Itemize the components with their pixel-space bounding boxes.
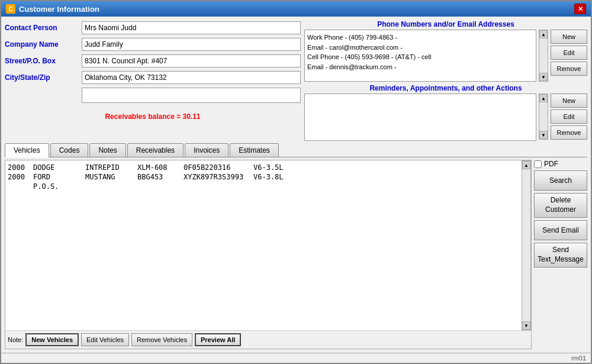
balance-display: Receivables balance = 30.11 (5, 110, 301, 123)
search-button[interactable]: Search (534, 170, 587, 191)
tab-notes[interactable]: Notes (89, 143, 126, 157)
company-name-label: Company Name (5, 40, 82, 49)
contact-person-label: Contact Person (5, 24, 82, 32)
vehicles-content: 2000 DODGE INTREPID XLM-608 0F05B220316 … (5, 160, 531, 330)
tab-codes[interactable]: Codes (50, 143, 89, 157)
reminders-scrollbar[interactable]: ▲ ▼ (539, 94, 548, 140)
tabs-bar: Vehicles Codes Notes Receivables Invoice… (5, 143, 587, 157)
phone-line-4: Email - dennis@trackum.com - (307, 62, 533, 72)
pdf-check-row: PDF (534, 160, 587, 168)
vehicle-plate-1: XLM-608 (137, 163, 179, 172)
tabs-section: Vehicles Codes Notes Receivables Invoice… (5, 143, 587, 349)
phone-panel-content: Work Phone - (405) 799-4863 - Email - ca… (304, 30, 587, 82)
close-button[interactable]: ✕ (574, 4, 586, 14)
vehicle-make-2: FORD (33, 173, 81, 181)
phone-line-3: Cell Phone - (405) 593-9698 - (AT&T) - c… (307, 52, 533, 62)
phone-line-2: Email - carol@mothercarol.com - (307, 43, 533, 53)
vehicle-make-3: P.O.S. (33, 182, 81, 191)
vehicle-engine-2: V6-3.8L (253, 173, 295, 181)
right-side-buttons: PDF Search DeleteCustomer Send Email Sen… (534, 160, 587, 349)
city-input[interactable] (82, 71, 301, 84)
preview-all-button[interactable]: Preview All (195, 333, 241, 346)
tab-vehicles[interactable]: Vehicles (5, 143, 49, 157)
content-area: Contact Person Company Name Street/P.O. … (1, 17, 591, 353)
phone-edit-button[interactable]: Edit (551, 46, 587, 60)
rem-scroll-up-arrow[interactable]: ▲ (539, 94, 548, 102)
contact-person-input[interactable] (82, 21, 301, 34)
send-text-button[interactable]: SendText_Message (534, 243, 587, 268)
send-email-button[interactable]: Send Email (534, 220, 587, 240)
company-name-row: Company Name (5, 37, 301, 52)
rem-scroll-body (539, 102, 548, 131)
main-window: C Customer Information ✕ Contact Person … (0, 0, 592, 364)
top-section: Contact Person Company Name Street/P.O. … (5, 20, 587, 141)
rem-scroll-down-arrow[interactable]: ▼ (539, 131, 548, 139)
titlebar-left: C Customer Information (6, 4, 99, 14)
city-row: City/State/Zip (5, 70, 301, 85)
tab-estimates[interactable]: Estimates (230, 143, 279, 157)
status-bar: rm01 (1, 353, 591, 363)
pdf-checkbox[interactable] (534, 160, 542, 168)
vehicles-footer: Note: New Vehicles Edit Vehicles Remove … (5, 330, 531, 349)
phone-panel-header: Phone Numbers and/or Email Addresses (304, 20, 587, 28)
main-area: 2000 DODGE INTREPID XLM-608 0F05B220316 … (5, 157, 587, 349)
vehicle-engine-1: V6-3.5L (253, 163, 295, 172)
vehicle-year-3 (8, 182, 28, 191)
company-name-input[interactable] (82, 38, 301, 51)
reminders-panel-header: Reminders, Appointments, and other Actio… (304, 84, 587, 92)
reminders-panel: Reminders, Appointments, and other Actio… (304, 84, 587, 141)
scroll-body (539, 38, 548, 73)
phone-new-button[interactable]: New (551, 30, 587, 44)
veh-scroll-body (522, 169, 530, 321)
vehicles-list: 2000 DODGE INTREPID XLM-608 0F05B220316 … (5, 160, 522, 330)
app-icon: C (6, 4, 15, 14)
phone-panel: Phone Numbers and/or Email Addresses Wor… (304, 20, 587, 82)
tab-invoices[interactable]: Invoices (185, 143, 229, 157)
veh-scroll-up-arrow[interactable]: ▲ (522, 161, 530, 169)
left-form: Contact Person Company Name Street/P.O. … (5, 20, 301, 141)
vehicle-row-1: 2000 DODGE INTREPID XLM-608 0F05B220316 … (8, 163, 519, 172)
vehicle-vin-2: XYZK897R3S3993 (184, 173, 249, 181)
phone-scrollbar[interactable]: ▲ ▼ (539, 30, 548, 82)
status-text: rm01 (571, 355, 586, 362)
veh-scroll-down-arrow[interactable]: ▼ (522, 321, 530, 330)
vehicle-plate-2: BBG453 (137, 173, 179, 181)
phone-numbers-list: Work Phone - (405) 799-4863 - Email - ca… (304, 30, 536, 82)
right-panels: Phone Numbers and/or Email Addresses Wor… (304, 20, 587, 141)
titlebar: C Customer Information ✕ (1, 1, 591, 17)
reminders-new-button[interactable]: New (551, 94, 587, 108)
street-label: Street/P.O. Box (5, 57, 82, 65)
pdf-label: PDF (544, 160, 558, 168)
vehicle-model-1: INTREPID (85, 163, 133, 172)
phone-buttons: New Edit Remove (551, 30, 587, 82)
window-title: Customer Information (19, 5, 99, 14)
remove-vehicles-button[interactable]: Remove Vehicles (131, 333, 192, 346)
reminders-panel-content: ▲ ▼ New Edit Remove (304, 94, 587, 141)
reminders-remove-button[interactable]: Remove (551, 125, 587, 140)
vehicle-model-2: MUSTANG (85, 173, 133, 181)
reminders-buttons: New Edit Remove (551, 94, 587, 141)
vehicle-year-2: 2000 (8, 173, 28, 181)
city-label: City/State/Zip (5, 73, 82, 82)
vehicle-row-3: P.O.S. (8, 182, 519, 191)
phone-remove-button[interactable]: Remove (551, 62, 587, 76)
vehicle-make-1: DODGE (33, 163, 81, 172)
phone-line-1: Work Phone - (405) 799-4863 - (307, 33, 533, 43)
edit-vehicles-button[interactable]: Edit Vehicles (81, 333, 129, 346)
vehicles-panel: 2000 DODGE INTREPID XLM-608 0F05B220316 … (5, 160, 532, 349)
delete-customer-button[interactable]: DeleteCustomer (534, 193, 587, 218)
note-label: Note: (8, 336, 23, 343)
new-vehicles-button[interactable]: New Vehicles (25, 333, 79, 346)
scroll-down-arrow[interactable]: ▼ (539, 73, 548, 81)
tab-receivables[interactable]: Receivables (127, 143, 184, 157)
vehicle-row-2: 2000 FORD MUSTANG BBG453 XYZK897R3S3993 … (8, 172, 519, 182)
contact-person-row: Contact Person (5, 20, 301, 36)
reminders-edit-button[interactable]: Edit (551, 109, 587, 124)
vehicles-scrollbar[interactable]: ▲ ▼ (522, 160, 531, 330)
vehicle-year-1: 2000 (8, 163, 28, 172)
scroll-up-arrow[interactable]: ▲ (539, 30, 548, 38)
street-input[interactable] (82, 54, 301, 67)
reminders-list (304, 94, 536, 141)
vehicle-vin-1: 0F05B220316 (184, 163, 249, 172)
extra-field[interactable] (82, 88, 301, 103)
